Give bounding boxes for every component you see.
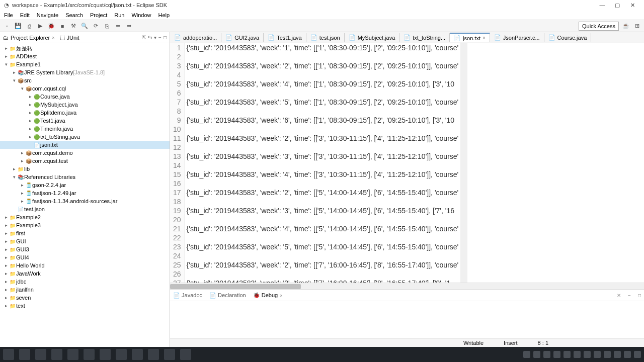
tree-item[interactable]: ▸🟢Test1.java bbox=[0, 117, 170, 125]
open-type-icon[interactable]: ⎘ bbox=[103, 22, 111, 30]
search-icon[interactable]: 🔍 bbox=[80, 22, 89, 30]
tree-item[interactable]: ▸🫙gson-2.2.4.jar bbox=[0, 181, 170, 189]
tree-item[interactable]: ▸📁seven bbox=[0, 294, 170, 302]
taskbar-app-4[interactable] bbox=[116, 349, 127, 360]
tree-item[interactable]: ▸📦com.cqust.test bbox=[0, 157, 170, 165]
close-icon[interactable]: × bbox=[52, 35, 54, 40]
taskbar-app-8[interactable] bbox=[180, 349, 191, 360]
tree-item[interactable]: ▸📁lib bbox=[0, 165, 170, 173]
link-icon[interactable]: ⇆ bbox=[148, 35, 152, 40]
stop-icon[interactable]: ■ bbox=[58, 22, 66, 30]
tree-item[interactable]: ▸🫙fastjson-1.2.49.jar bbox=[0, 189, 170, 197]
editor-body[interactable]: 1234567891011121314151617181920212223242… bbox=[170, 43, 644, 283]
editor-tab[interactable]: 📄txt_toString... bbox=[399, 33, 450, 42]
forward-icon[interactable]: ➡ bbox=[125, 22, 133, 30]
cortana-icon[interactable] bbox=[35, 349, 46, 360]
tree-item[interactable]: ▸📁Hello World bbox=[0, 261, 170, 269]
editor-tab[interactable]: 📄MySubject.java bbox=[345, 33, 400, 42]
maximize-button[interactable]: ▢ bbox=[610, 2, 625, 9]
tree-item[interactable]: ▸🫙fastjson-1.1.34.android-sources.jar bbox=[0, 197, 170, 205]
taskbar-app-7[interactable] bbox=[164, 349, 175, 360]
taskbar-app-6[interactable] bbox=[148, 349, 159, 360]
editor-tab[interactable]: 📄addoperatio... bbox=[170, 33, 221, 42]
tree-item[interactable]: 📄test.json bbox=[0, 205, 170, 213]
tree-item[interactable]: ▸📁Example2 bbox=[0, 213, 170, 221]
menu-navigate[interactable]: Navigate bbox=[37, 12, 58, 18]
tree-item[interactable]: ▸📁GUI3 bbox=[0, 245, 170, 253]
menu-search[interactable]: Search bbox=[65, 12, 83, 18]
bottom-tab-javadoc[interactable]: 📄 Javadoc bbox=[173, 292, 202, 299]
build-icon[interactable]: ⚒ bbox=[69, 22, 77, 30]
editor-tab[interactable]: 📄GUI2.java bbox=[221, 33, 264, 42]
start-button[interactable] bbox=[3, 349, 14, 360]
tree-item[interactable]: ▸📁GUI bbox=[0, 237, 170, 245]
editor-tab[interactable]: 📄Course.java bbox=[544, 33, 592, 42]
tree-item[interactable]: ▾📚Referenced Libraries bbox=[0, 173, 170, 181]
perspective-java-icon[interactable]: ☕ bbox=[622, 22, 630, 30]
collapse-all-icon[interactable]: ⇱ bbox=[142, 35, 146, 40]
view-menu-icon[interactable]: ▾ bbox=[154, 35, 156, 40]
new-icon[interactable]: ▫ bbox=[3, 22, 11, 30]
tree-item[interactable]: ▾📁Example1 bbox=[0, 60, 170, 68]
perspective-other-icon[interactable]: ⊞ bbox=[633, 22, 641, 30]
tree-item[interactable]: ▸📦com.cqust.demo bbox=[0, 149, 170, 157]
tree-item[interactable]: ▸📁Example3 bbox=[0, 221, 170, 229]
editor-tab[interactable]: 📄JsonParser.c... bbox=[490, 33, 544, 42]
save-all-icon[interactable]: ⎙ bbox=[25, 22, 33, 30]
system-tray[interactable] bbox=[523, 351, 641, 358]
menu-help[interactable]: Help bbox=[158, 12, 170, 18]
maximize-panel-icon[interactable]: □ bbox=[638, 293, 641, 298]
close-button[interactable]: ✕ bbox=[625, 2, 640, 9]
editor-tab[interactable]: 📄Test1.java bbox=[264, 33, 306, 42]
save-icon[interactable]: 💾 bbox=[14, 22, 22, 30]
minimize-view-icon[interactable]: − bbox=[158, 35, 162, 40]
editor-tab[interactable]: 📄json.txt× bbox=[450, 33, 490, 42]
task-view-icon[interactable] bbox=[51, 349, 62, 360]
tree-item[interactable]: ▸📚JRE System Library [JavaSE-1.8] bbox=[0, 68, 170, 76]
tree-item[interactable]: ▸🟢MySubject.java bbox=[0, 101, 170, 109]
debug-icon[interactable]: 🐞 bbox=[47, 22, 55, 30]
tab-project-explorer[interactable]: 🗂 Project Explorer × bbox=[3, 35, 55, 41]
tree-item[interactable]: ▸📁first bbox=[0, 229, 170, 237]
menu-project[interactable]: Project bbox=[90, 12, 107, 18]
taskbar-app-1[interactable] bbox=[67, 349, 78, 360]
code-content[interactable]: {'stu_id': '2019443583', 'week': '1', 't… bbox=[185, 43, 461, 283]
tree-item[interactable]: ▸📁JavaWork bbox=[0, 269, 170, 278]
search-taskbar-icon[interactable] bbox=[19, 349, 30, 360]
tree-item[interactable]: ▸📁jdbc bbox=[0, 278, 170, 286]
bottom-tab-declaration[interactable]: 📄 Declaration bbox=[209, 292, 246, 299]
taskbar-app-2[interactable] bbox=[84, 349, 95, 360]
tree-item[interactable]: 📄json.txt bbox=[0, 141, 170, 149]
menu-window[interactable]: Window bbox=[131, 12, 151, 18]
tree-item[interactable]: ▸🟢Course.java bbox=[0, 93, 170, 101]
menu-edit[interactable]: Edit bbox=[20, 12, 30, 18]
refresh-icon[interactable]: ⟳ bbox=[92, 22, 100, 30]
vertical-scrollbar[interactable] bbox=[460, 43, 467, 283]
menu-file[interactable]: File bbox=[4, 12, 13, 18]
back-icon[interactable]: ⬅ bbox=[114, 22, 122, 30]
tree-item[interactable]: ▸📁GUI4 bbox=[0, 253, 170, 261]
project-tree[interactable]: ▸📁如是转▸📁ADDtest▾📁Example1▸📚JRE System Lib… bbox=[0, 43, 170, 347]
tree-item[interactable]: ▸🟢Timeinfo.java bbox=[0, 125, 170, 133]
taskbar-app-3[interactable] bbox=[100, 349, 111, 360]
tree-item[interactable]: ▸🟢Splitdemo.java bbox=[0, 109, 170, 117]
taskbar-app-5[interactable] bbox=[132, 349, 143, 360]
tree-item[interactable]: ▾📦com.cqust.cql bbox=[0, 84, 170, 93]
tree-item[interactable]: ▾📦src bbox=[0, 76, 170, 84]
horizontal-scrollbar[interactable] bbox=[170, 283, 644, 290]
tree-item[interactable]: ▸📁jlanlfnn bbox=[0, 286, 170, 294]
maximize-view-icon[interactable]: □ bbox=[164, 35, 167, 40]
tree-item[interactable]: ▸📁text bbox=[0, 302, 170, 310]
menu-run[interactable]: Run bbox=[114, 12, 124, 18]
minimize-button[interactable]: — bbox=[595, 2, 610, 8]
editor-tab[interactable]: 📄test.json bbox=[306, 33, 345, 42]
remove-all-icon[interactable]: ✕ bbox=[617, 293, 621, 298]
quick-access[interactable]: Quick Access bbox=[579, 22, 619, 31]
minimize-panel-icon[interactable]: − bbox=[628, 293, 631, 298]
tab-junit[interactable]: ⬚ JUnit bbox=[60, 34, 79, 41]
bottom-tab-debug[interactable]: 🐞 Debug × bbox=[253, 292, 283, 299]
tree-item[interactable]: ▸📁如是转 bbox=[0, 44, 170, 52]
run-icon[interactable]: ▶ bbox=[36, 22, 44, 30]
windows-taskbar[interactable] bbox=[0, 347, 644, 362]
tree-item[interactable]: ▸🟢txt_toString.java bbox=[0, 133, 170, 141]
